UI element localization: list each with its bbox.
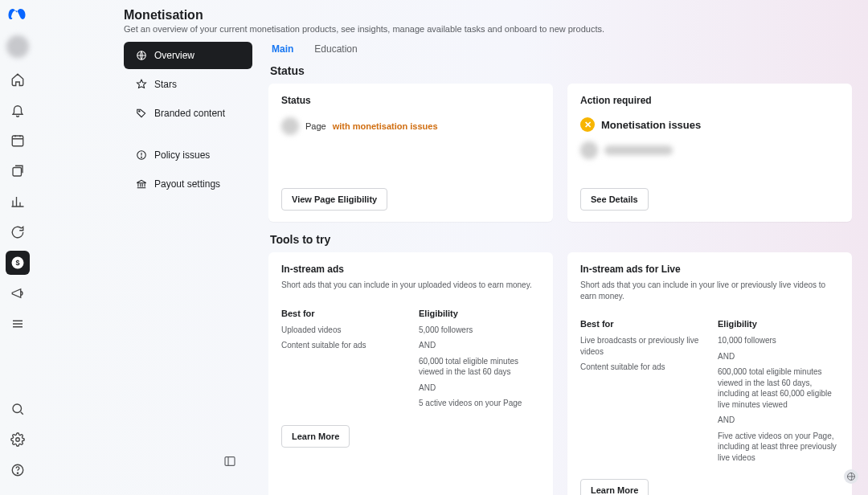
page-avatar (281, 117, 299, 135)
best-for-item: Uploaded videos (281, 325, 403, 336)
sidenav-label: Policy issues (154, 149, 210, 161)
rail-menu-icon[interactable] (6, 312, 30, 336)
tool-title: In-stream ads (281, 264, 540, 275)
warning-badge-icon: ✕ (580, 117, 595, 132)
tool-card-instream-live: In-stream ads for Live Short ads that yo… (567, 252, 852, 495)
tool-desc: Short ads that you can include in your u… (281, 280, 540, 291)
elig-item: AND (718, 351, 839, 362)
tool-title: In-stream ads for Live (580, 264, 839, 275)
svg-point-5 (15, 438, 19, 442)
tool-desc: Short ads that you can include in your l… (580, 280, 839, 301)
tab-education[interactable]: Education (314, 42, 357, 56)
rail-home-icon[interactable] (6, 68, 30, 92)
collapse-sidebar-icon[interactable] (223, 455, 236, 471)
status-card-heading: Status (281, 95, 540, 106)
svg-point-11 (141, 157, 142, 158)
page-title: Monetisation (124, 8, 852, 22)
elig-item: Five active videos on your Page, includi… (718, 431, 839, 464)
elig-item: AND (419, 382, 540, 394)
status-section-heading: Status (270, 64, 852, 77)
rail-settings-icon[interactable] (6, 428, 30, 452)
svg-point-7 (17, 472, 18, 473)
svg-point-9 (139, 111, 140, 112)
svg-point-4 (13, 404, 22, 413)
best-for-item: Content suitable for ads (580, 362, 702, 373)
left-icon-rail: $ (0, 0, 35, 495)
rail-monetisation-icon[interactable]: $ (6, 251, 30, 275)
view-eligibility-button[interactable]: View Page Eligibility (281, 188, 387, 211)
sidenav-label: Branded content (154, 108, 225, 119)
elig-item: 5 active videos on your Page (419, 398, 540, 409)
elig-item: 5,000 followers (419, 325, 540, 336)
elig-item: 600,000 total eligible minutes viewed in… (718, 366, 839, 410)
eligibility-heading: Eligibility (718, 319, 839, 329)
rail-planner-icon[interactable] (6, 129, 30, 153)
page-header: Monetisation Get an overview of your cur… (124, 8, 852, 34)
page-subtitle: Get an overview of your current monetisa… (124, 24, 852, 34)
sidenav-payout[interactable]: Payout settings (124, 170, 252, 198)
rail-bell-icon[interactable] (6, 98, 30, 122)
profile-avatar[interactable] (6, 35, 29, 58)
sidenav-label: Stars (154, 79, 177, 90)
tag-icon (135, 107, 148, 120)
best-for-item: Content suitable for ads (281, 340, 403, 351)
best-for-heading: Best for (281, 309, 403, 318)
globe-icon (135, 49, 148, 62)
monetisation-warning: with monetisation issues (333, 121, 438, 131)
sidenav-overview[interactable]: Overview (124, 42, 252, 69)
elig-item: AND (718, 415, 839, 426)
tab-main[interactable]: Main (272, 42, 293, 56)
learn-more-button[interactable]: Learn More (281, 425, 350, 448)
status-card: Status Page with monetisation issues Vie… (268, 84, 553, 222)
action-required-card: Action required ✕ Monetisation issues Se… (567, 84, 852, 222)
bank-icon (135, 178, 148, 190)
rail-help-icon[interactable] (6, 458, 30, 482)
svg-rect-1 (13, 168, 22, 177)
elig-item: 10,000 followers (718, 335, 839, 346)
rail-ads-icon[interactable] (6, 281, 30, 305)
page-label: Page (305, 121, 326, 131)
sidenav-label: Payout settings (154, 178, 220, 190)
elig-item: 60,000 total eligible minutes viewed in … (419, 356, 540, 378)
rail-search-icon[interactable] (6, 397, 30, 421)
tabs: Main Education (268, 42, 852, 63)
meta-logo[interactable] (8, 5, 27, 27)
see-details-button[interactable]: See Details (580, 188, 649, 211)
side-nav: Overview Stars Branded content Policy is… (124, 42, 252, 495)
action-page-avatar (580, 141, 598, 159)
elig-item: AND (419, 340, 540, 351)
best-for-item: Live broadcasts or previously live video… (580, 335, 702, 357)
rail-insights-icon[interactable] (6, 190, 30, 214)
tools-section-heading: Tools to try (270, 233, 852, 246)
action-card-heading: Action required (580, 95, 839, 106)
best-for-heading: Best for (580, 319, 702, 329)
redacted-text (604, 145, 673, 155)
action-title: Monetisation issues (601, 119, 701, 131)
sidenav-policy[interactable]: Policy issues (124, 141, 252, 169)
sidenav-label: Overview (154, 50, 194, 61)
rail-content-icon[interactable] (6, 159, 30, 183)
eligibility-heading: Eligibility (419, 309, 540, 318)
globe-badge-icon[interactable] (844, 469, 858, 484)
svg-text:$: $ (15, 259, 19, 267)
star-icon (135, 78, 148, 91)
svg-rect-0 (12, 136, 23, 146)
tool-card-instream: In-stream ads Short ads that you can inc… (268, 252, 553, 495)
sidenav-stars[interactable]: Stars (124, 71, 252, 98)
alert-icon (135, 149, 148, 162)
sidenav-branded[interactable]: Branded content (124, 100, 252, 127)
svg-rect-12 (225, 457, 235, 466)
content-area: Main Education Status Status Page with m… (268, 42, 852, 495)
learn-more-button[interactable]: Learn More (580, 479, 649, 495)
rail-inbox-icon[interactable] (6, 220, 30, 244)
